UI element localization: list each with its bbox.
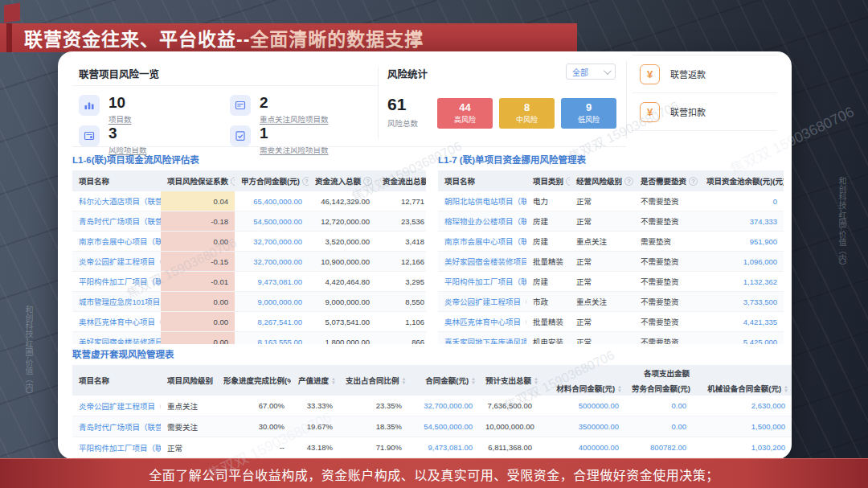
table-row: 奥林匹克体育中心项目（...0.008,267,541.005,073,541.…	[72, 312, 426, 332]
action-2[interactable]: ¥联营扣款	[632, 93, 777, 131]
sort-icon[interactable]: ▲▼	[784, 385, 788, 393]
table-cell: 需要垫资	[634, 232, 700, 252]
table-cell: -0.01	[161, 272, 235, 292]
misuse-table: 项目名称项目类别?经营风险级别?是否需要垫资?项目资金池余额(元)(元)?朝阳北…	[438, 170, 784, 344]
project-name-link[interactable]: 炎帝公园扩建工程项目（联...	[72, 396, 161, 416]
table-cell[interactable]: 1,132,362	[700, 272, 784, 292]
column-header[interactable]: 产值进度▲▼	[291, 365, 339, 396]
table-cell: -0.15	[161, 252, 235, 272]
table-cell[interactable]: 0.00	[625, 416, 693, 437]
sort-icon[interactable]: ▲▼	[331, 377, 336, 385]
column-header[interactable]: 材料合同金额(元)▲▼	[538, 380, 625, 396]
project-name-link[interactable]: 美好家园宿舍楼装修项目...	[72, 332, 161, 345]
column-header[interactable]: 资金流入总额?▲▼	[309, 170, 376, 191]
project-name-link[interactable]: 奥林匹克体育中心项目（...	[438, 312, 526, 332]
project-name-link[interactable]: 平阳构件加工厂项目（联...	[72, 272, 161, 292]
column-header[interactable]: 资金流出总额?▲▼	[376, 170, 426, 191]
info-icon[interactable]: ?	[689, 177, 698, 186]
project-name-link[interactable]: 榕琛物业办公楼项目（联...	[438, 211, 526, 232]
table-cell[interactable]: 54,500,000.00	[408, 416, 479, 437]
table-cell[interactable]: 32,700,000.00	[235, 252, 309, 272]
info-icon[interactable]: ?	[566, 177, 570, 186]
sort-icon[interactable]: ▲▼	[402, 377, 407, 385]
column-header[interactable]: 项目风险保证系数?▲▼	[161, 170, 235, 191]
table-cell[interactable]: 800782.00	[625, 437, 693, 458]
risk-level-box-1[interactable]: 44高风险	[437, 98, 493, 129]
table-cell[interactable]: 374,333	[700, 211, 784, 232]
project-name-link[interactable]: 城市管理应急房101项目...	[72, 292, 161, 312]
table-cell[interactable]: 5000000.00	[538, 396, 625, 416]
table-cell[interactable]: 0	[700, 191, 784, 211]
column-header[interactable]: 项目类别?	[526, 170, 570, 191]
table-cell[interactable]: 951,900	[700, 232, 784, 252]
column-header[interactable]: 项目资金池余额(元)(元)?	[700, 170, 784, 191]
table-cell[interactable]: 4,421,335	[700, 312, 784, 332]
table-cell[interactable]: 2,630,000	[693, 396, 792, 416]
table-cell[interactable]: 32,700,000.00	[235, 232, 309, 252]
project-name-link[interactable]: 南京市会展中心项目（联...	[72, 232, 161, 252]
table-cell: 12,771	[376, 191, 426, 211]
table-cell: 5,073,541.00	[309, 312, 376, 332]
action-1[interactable]: ¥联营返款	[632, 55, 777, 93]
sort-icon[interactable]: ▲▼	[375, 178, 376, 186]
table-cell[interactable]: 8,163,555.00	[235, 332, 309, 345]
project-name-link[interactable]: 青岛时代广场项目（联营）	[72, 416, 161, 437]
yuan-envelope-icon: ¥	[640, 64, 660, 84]
stat-label[interactable]: 重点关注风险项目数	[260, 113, 329, 125]
table-cell[interactable]: 1,500,000	[693, 416, 792, 437]
table-row: 平阳构件加工厂项目（联...-0.019,473,081.004,420,464…	[72, 272, 426, 292]
table-cell[interactable]: 54,500,000.00	[235, 211, 309, 232]
column-header[interactable]: 合同金额(元)▲▼	[408, 365, 479, 396]
table-cell[interactable]: 9,473,081.00	[408, 437, 479, 458]
project-name-link[interactable]: 平阳构件加工厂项目（联营）	[72, 437, 161, 458]
table-cell[interactable]: 4000000.00	[538, 437, 625, 458]
column-header[interactable]: 支出占合同比例▲▼	[339, 365, 408, 396]
table-cell[interactable]: 9,473,081.00	[235, 272, 309, 292]
table-cell[interactable]: 0.00	[625, 396, 693, 416]
table-cell: 9,000,000.00	[309, 292, 376, 312]
table-cell[interactable]: 1,030,200	[693, 437, 792, 458]
risk-filter-select[interactable]: 全部	[566, 64, 616, 80]
table-cell[interactable]: 9,000,000.00	[235, 292, 309, 312]
table-cell[interactable]: 32,700,000.00	[408, 396, 479, 416]
column-header[interactable]: 机械设备合同金额(元)▲▼	[693, 380, 792, 396]
sort-icon[interactable]: ▲▼	[471, 377, 476, 385]
project-name-link[interactable]: 美好家园宿舍楼装修项目...	[438, 252, 526, 272]
table-cell[interactable]: 3,733,500	[700, 292, 784, 312]
table-cell[interactable]: 3500000.00	[538, 416, 625, 437]
table-cell: 3,520,000.00	[309, 232, 376, 252]
info-icon[interactable]: ?	[363, 177, 372, 186]
table-cell[interactable]: 1,096,000	[700, 252, 784, 272]
info-icon[interactable]: ?	[624, 177, 633, 186]
project-name-link[interactable]: 奥林匹克体育中心项目（...	[72, 312, 161, 332]
column-header[interactable]: 预计支出总额▲▼	[479, 365, 538, 396]
column-header[interactable]: 甲方合同金额(元)?▲▼	[235, 170, 309, 191]
sort-icon[interactable]: ▲▼	[617, 385, 622, 393]
stat-label[interactable]: 项目数	[108, 113, 132, 125]
project-name-link[interactable]: 朝阳北站供电站项目（联...	[438, 191, 526, 211]
project-name-link[interactable]: 科尔沁大酒店项目（联营）	[72, 191, 161, 211]
column-header: 形象进度完成比例(%)	[217, 365, 291, 396]
project-name-link[interactable]: 炎帝公园扩建工程项目（...	[438, 292, 526, 312]
project-name-link[interactable]: 炎帝公园扩建工程项目（...	[72, 252, 161, 272]
column-header[interactable]: 经营风险级别?	[570, 170, 634, 191]
table-row: 青岛时代广场项目（联营）需要关注30.00%19.67%18.35%54,500…	[72, 416, 792, 437]
sort-icon[interactable]: ▲▼	[534, 377, 538, 385]
table-cell: 机电安装	[526, 332, 570, 345]
risk-level-box-2[interactable]: 8中风险	[499, 98, 555, 129]
column-header[interactable]: 是否需要垫资?	[634, 170, 700, 191]
table-cell[interactable]: 65,400,000.00	[235, 191, 309, 211]
risk-level-box-3[interactable]: 9低风险	[561, 98, 616, 129]
project-name-link[interactable]: 平阳构件加工厂项目（联...	[438, 272, 526, 292]
table-cell: 12,166	[376, 252, 426, 272]
column-header[interactable]: 劳务合同金额(元)▲▼	[625, 380, 693, 396]
project-name-link[interactable]: 南京市会展中心项目（联...	[438, 232, 526, 252]
info-icon[interactable]: ?	[231, 177, 235, 186]
project-name-link[interactable]: 青岛时代广场项目（联营）	[72, 211, 161, 232]
table-cell: 正常	[570, 272, 634, 292]
info-icon[interactable]: ?	[302, 177, 309, 186]
table-cell[interactable]: 5,425,000	[700, 332, 784, 345]
project-name-link[interactable]: 嘉禾家园地下车库通风项...	[438, 332, 526, 345]
table-cell[interactable]: 8,267,541.00	[235, 312, 309, 332]
table-cell: 67.00%	[217, 396, 291, 416]
